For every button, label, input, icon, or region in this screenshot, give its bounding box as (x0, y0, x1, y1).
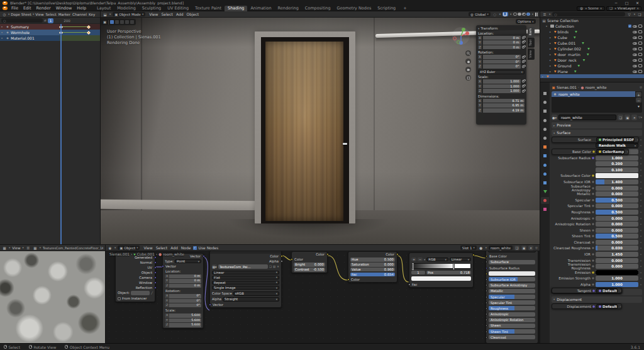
vector-field[interactable]: Z0 m (478, 45, 525, 50)
vector-field[interactable]: Y0 m (478, 40, 525, 45)
unlink-button[interactable]: ✕ (528, 246, 533, 251)
new-image-icon[interactable]: ❏ (269, 265, 272, 268)
node-output[interactable]: Normal (116, 260, 155, 265)
displacement-row[interactable]: Displacement Default (552, 303, 622, 310)
collapse-icon[interactable]: ▾ (478, 27, 479, 30)
lock-icon[interactable] (522, 37, 525, 39)
input-socket[interactable] (486, 284, 487, 286)
socket-dot[interactable] (592, 157, 594, 159)
node-input-row[interactable]: Metallic (486, 288, 538, 294)
surface-panel-header[interactable]: ▾Surface (552, 130, 642, 136)
rotation-mode-dropdown[interactable]: XYZ Euler▾ (478, 70, 525, 74)
properties-tab[interactable] (541, 108, 549, 115)
open-image-icon[interactable]: ▤ (273, 265, 275, 268)
vector-field[interactable]: X1.000 (478, 79, 525, 84)
editor-type-icon[interactable]: ▦ (2, 246, 7, 251)
input-socket[interactable] (486, 278, 487, 281)
node-input-row[interactable]: Anisotropic (486, 311, 538, 317)
material-shading-button[interactable] (522, 13, 526, 16)
editor-type-icon[interactable]: ◉ (108, 246, 113, 251)
expand-icon[interactable]: ▸ (550, 59, 553, 62)
input-socket[interactable] (486, 290, 487, 292)
scene-selector[interactable]: ◍▾ Scene ✕ (577, 6, 605, 11)
expand-icon[interactable]: ▾ (1, 31, 4, 34)
pause-render-button[interactable] (535, 13, 538, 16)
property-row[interactable]: Subsurface Radius 1.000 (552, 155, 642, 161)
hide-eye-icon[interactable] (633, 42, 637, 45)
input-socket[interactable] (486, 261, 487, 263)
disable-render-icon[interactable] (638, 59, 642, 62)
sidebar-tab[interactable]: Item (528, 26, 535, 37)
property-field[interactable]: 0.000 (596, 222, 638, 227)
node-mapping[interactable]: Vector Type: Point▾ Vector Location: X0 … (162, 253, 204, 329)
input-socket[interactable] (291, 258, 293, 261)
menu-item[interactable]: File (9, 6, 21, 11)
property-field[interactable]: 0.000 (596, 191, 638, 196)
object-row[interactable]: ▸ ▼ blinds ▼ (540, 29, 644, 35)
disable-render-icon[interactable] (638, 64, 642, 67)
options-dropdown[interactable]: Options▾ (516, 19, 536, 24)
hide-eye-icon[interactable] (633, 65, 637, 67)
remove-stop-button[interactable]: − (418, 257, 423, 262)
minimize-button[interactable]: ─ (612, 1, 620, 5)
camera-view-icon[interactable] (465, 67, 471, 72)
filter-icon[interactable]: ▽ (627, 12, 632, 17)
socket-dot[interactable] (592, 205, 594, 207)
select-mode-subtract-button[interactable] (120, 20, 124, 24)
material-name-field[interactable]: room_white (558, 115, 616, 120)
property-field[interactable]: 0.000 (596, 258, 638, 263)
property-row[interactable]: Specular 0.500 (552, 197, 642, 203)
object-picker-field[interactable] (131, 291, 150, 295)
properties-tab[interactable] (541, 117, 549, 124)
channel-row[interactable]: ▾ ◈ Material.001 (0, 35, 100, 41)
image-option-dropdown[interactable]: Single Image▾ (212, 286, 279, 290)
node-output[interactable] (409, 253, 473, 257)
rendered-shading-button[interactable] (526, 13, 530, 16)
ramp-stop-handle[interactable] (453, 263, 455, 270)
property-field[interactable]: 1.000 (596, 276, 638, 281)
menu-item[interactable]: Marker (58, 13, 70, 16)
expand-icon[interactable]: ▸ (550, 53, 553, 56)
socket-dot[interactable] (592, 174, 594, 177)
lock-icon[interactable] (522, 41, 525, 43)
menu-item[interactable]: Add (170, 246, 178, 250)
node-input-row[interactable]: Sheen (486, 323, 538, 329)
vector-field[interactable]: Z4.19 m (478, 108, 525, 113)
property-field[interactable]: 0.000 (596, 216, 638, 221)
image-option-dropdown[interactable]: Linear▾ (212, 271, 279, 275)
selected-object-row[interactable]: ▸ ▼ (540, 74, 644, 78)
properties-tab[interactable] (541, 179, 549, 186)
socket-dot[interactable] (592, 271, 594, 274)
vector-field[interactable]: X5.600 (165, 313, 201, 317)
wireframe-shading-button[interactable] (513, 13, 517, 16)
input-socket[interactable] (486, 324, 487, 327)
add-slot-button[interactable]: + (636, 92, 641, 97)
material-name-field[interactable]: room_white (489, 246, 513, 250)
image-option-dropdown[interactable]: Repeat▾ (212, 281, 279, 285)
disable-render-icon[interactable] (638, 53, 642, 56)
socket-dot[interactable] (592, 199, 594, 201)
output-socket[interactable] (154, 261, 157, 264)
property-row[interactable]: Tangent Default (552, 288, 622, 294)
object-row[interactable]: ▸ ▼ door_martin ▼ (540, 52, 644, 57)
socket-dot[interactable] (592, 150, 595, 153)
solid-shading-button[interactable] (518, 13, 521, 16)
node-output[interactable]: UV (116, 265, 155, 270)
image-option-dropdown[interactable]: Flat▾ (212, 276, 279, 280)
property-field[interactable]: Principled BSDF (596, 137, 635, 142)
dope-sheet-mode[interactable]: Dope Sheet (11, 13, 31, 16)
lock-icon[interactable] (522, 85, 525, 88)
lock-icon[interactable] (522, 80, 525, 82)
properties-tab[interactable] (541, 90, 549, 97)
vector-field[interactable]: Y1.000 (478, 84, 525, 89)
property-field[interactable]: 1.000 (596, 155, 638, 161)
ramp-specials-icon[interactable]: ▾ (424, 258, 425, 261)
eyedropper-icon[interactable]: ╱ (151, 291, 153, 295)
vector-field[interactable]: Y5.600 (165, 319, 201, 322)
image-name-field[interactable]: TexturesCom_Pai... (218, 264, 268, 269)
property-field[interactable]: 0.000 (596, 186, 638, 191)
select-mode-intersect-button[interactable] (130, 20, 134, 24)
socket-dot[interactable] (592, 305, 595, 308)
lock-icon[interactable] (522, 46, 525, 48)
property-row[interactable]: Clearcoat 0.000 (552, 239, 642, 246)
